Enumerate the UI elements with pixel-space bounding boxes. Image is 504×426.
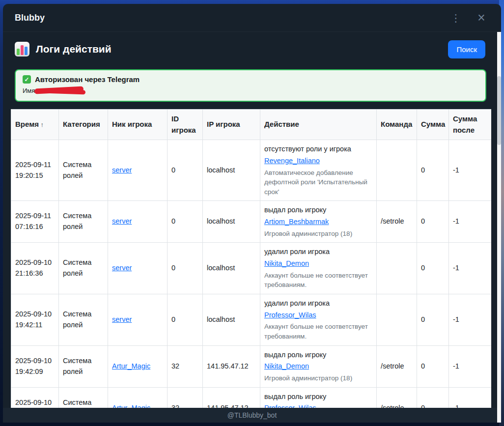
- player-nick-link[interactable]: Artur_Magic: [112, 404, 150, 408]
- auth-success-banner: ✓ Авторизован через Telegram Имя:: [15, 69, 486, 102]
- cell-player-id: 0: [168, 243, 203, 294]
- cell-action: выдал роль игроку Nikita_Demon Игровой а…: [260, 345, 377, 387]
- cell-nick: server: [108, 243, 168, 294]
- column-header[interactable]: Команда: [377, 110, 417, 140]
- cell-category: Система ролей: [59, 345, 108, 387]
- column-header[interactable]: Сумма после: [449, 110, 492, 140]
- bot-footer: @TLBlubby_bot: [3, 408, 501, 423]
- cell-nick: Artur_Magic: [108, 345, 168, 387]
- player-nick-link[interactable]: server: [112, 264, 132, 272]
- cell-nick: server: [108, 201, 168, 243]
- action-text: отсутствуют роли у игрока: [264, 144, 372, 155]
- cell-action: выдал роль игроку Professor_Wilas Игрово…: [260, 387, 377, 408]
- cell-ip: 141.95.47.12: [203, 345, 260, 387]
- cell-sum-after: -1: [449, 201, 492, 243]
- table-row: 2025-09-11 07:16:16 Система ролей server…: [11, 201, 492, 243]
- bot-handle: @TLBlubby_bot: [227, 411, 277, 419]
- cell-sum: 0: [417, 387, 449, 408]
- player-nick-link[interactable]: server: [112, 315, 132, 323]
- column-header[interactable]: Ник игрока: [108, 110, 168, 140]
- cell-ip: 141.95.47.12: [203, 387, 260, 408]
- action-note: Игровой администратор (18): [264, 373, 372, 383]
- table-row: 2025-09-10 19:26:53 Система ролей Artur_…: [11, 387, 492, 408]
- cell-sum: 0: [417, 294, 449, 345]
- cell-time: 2025-09-11 07:16:16: [11, 201, 59, 243]
- cell-command: /setrole: [377, 201, 417, 243]
- cell-ip: localhost: [203, 140, 260, 201]
- cell-player-id: 0: [168, 201, 203, 243]
- cell-nick: Artur_Magic: [108, 387, 168, 408]
- table-body: 2025-09-11 19:20:15 Система ролей server…: [11, 140, 492, 408]
- column-header[interactable]: ID игрока: [168, 110, 203, 140]
- cell-player-id: 0: [168, 140, 203, 201]
- cell-command: /setrole: [377, 345, 417, 387]
- column-header[interactable]: Категория: [59, 110, 108, 140]
- action-note: Аккаунт больше не соответствует требован…: [264, 271, 372, 290]
- cell-player-id: 0: [168, 294, 203, 345]
- table-row: 2025-09-10 19:42:09 Система ролей Artur_…: [11, 345, 492, 387]
- cell-sum-after: -1: [449, 243, 492, 294]
- column-header[interactable]: IP игрока: [203, 110, 260, 140]
- cell-command: [377, 243, 417, 294]
- scrollbar-thumb[interactable]: [497, 76, 501, 145]
- page-header: Логи действий Поиск: [3, 32, 501, 66]
- cell-nick: server: [108, 294, 168, 345]
- player-nick-link[interactable]: server: [112, 166, 132, 174]
- cell-sum: 0: [417, 243, 449, 294]
- cell-action: удалил роли игрока Professor_Wilas Аккау…: [260, 294, 377, 345]
- redaction-scribble: [44, 89, 85, 95]
- cell-category: Система ролей: [59, 243, 108, 294]
- cell-category: Система ролей: [59, 140, 108, 201]
- telegram-webapp-window: Blubby ⋮ × Логи действий Поиск ✓ Авториз…: [3, 4, 501, 423]
- action-target-player-link[interactable]: Professor_Wilas: [264, 403, 316, 408]
- action-target-player-link[interactable]: Nikita_Demon: [264, 258, 309, 269]
- cell-player-id: 32: [168, 387, 203, 408]
- cell-time: 2025-09-10 21:16:36: [11, 243, 59, 294]
- action-text: удалил роли игрока: [264, 247, 372, 257]
- check-mark-icon: ✓: [23, 75, 31, 84]
- close-icon[interactable]: ×: [474, 10, 489, 26]
- action-text: выдал роль игроку: [264, 392, 372, 402]
- cell-command: [377, 294, 417, 345]
- cell-time: 2025-09-10 19:42:09: [11, 345, 59, 387]
- cell-sum: 0: [417, 140, 449, 201]
- cell-sum: 0: [417, 201, 449, 243]
- sort-asc-icon: ↑: [39, 121, 44, 128]
- action-note: Автоматическое добавление дефолтной роли…: [264, 168, 372, 197]
- bar-chart-icon: [15, 42, 29, 57]
- table-row: 2025-09-11 19:20:15 Система ролей server…: [11, 140, 492, 201]
- column-header[interactable]: Сумма: [417, 110, 449, 140]
- player-nick-link[interactable]: Artur_Magic: [112, 362, 150, 370]
- column-header[interactable]: Действие: [260, 110, 377, 140]
- page-title: Логи действий: [36, 43, 448, 55]
- cell-time: 2025-09-10 19:26:53: [11, 387, 59, 408]
- table-row: 2025-09-10 19:42:11 Система ролей server…: [11, 294, 492, 345]
- logs-table-container[interactable]: Время ↑КатегорияНик игрокаID игрокаIP иг…: [11, 109, 491, 408]
- action-target-player-link[interactable]: Nikita_Demon: [264, 361, 309, 372]
- search-button[interactable]: Поиск: [448, 40, 485, 58]
- cell-category: Система ролей: [59, 294, 108, 345]
- cell-category: Система ролей: [59, 201, 108, 243]
- column-header[interactable]: Время ↑: [11, 110, 59, 140]
- logs-table: Время ↑КатегорияНик игрокаID игрокаIP иг…: [11, 109, 491, 408]
- cell-player-id: 32: [168, 345, 203, 387]
- bar-chart-icon-pink-bar: [21, 45, 24, 55]
- cell-time: 2025-09-10 19:42:11: [11, 294, 59, 345]
- cell-time: 2025-09-11 19:20:15: [11, 140, 59, 201]
- player-nick-link[interactable]: server: [112, 217, 132, 225]
- action-target-player-link[interactable]: Revenge_Italiano: [264, 156, 320, 167]
- action-note: Игровой администратор (18): [264, 229, 372, 239]
- action-target-player-link[interactable]: Professor_Wilas: [264, 310, 316, 321]
- kebab-menu-icon[interactable]: ⋮: [448, 10, 464, 26]
- vertical-scrollbar[interactable]: [497, 32, 501, 423]
- cell-action: отсутствуют роли у игрока Revenge_Italia…: [260, 140, 377, 201]
- action-target-player-link[interactable]: Artiom_Beshbarmak: [264, 217, 329, 227]
- cell-action: удалил роли игрока Nikita_Demon Аккаунт …: [260, 243, 377, 294]
- cell-action: выдал роль игроку Artiom_Beshbarmak Игро…: [260, 201, 377, 243]
- bar-chart-icon-blue-bar: [25, 47, 28, 55]
- cell-ip: localhost: [203, 294, 260, 345]
- action-note: Аккаунт больше не соответствует требован…: [264, 322, 372, 341]
- window-titlebar: Blubby ⋮ ×: [3, 4, 501, 32]
- auth-banner-title: Авторизован через Telegram: [35, 75, 140, 84]
- cell-ip: localhost: [203, 201, 260, 243]
